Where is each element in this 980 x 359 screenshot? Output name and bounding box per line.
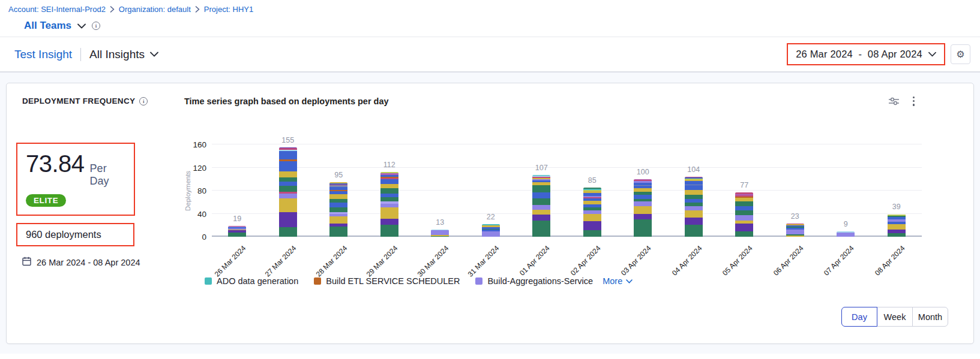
breadcrumb-item[interactable]: Organization: default bbox=[119, 5, 191, 14]
bar-segment[interactable] bbox=[380, 179, 398, 184]
bar-segment[interactable] bbox=[685, 210, 703, 218]
stacked-bar[interactable] bbox=[837, 231, 855, 237]
stacked-bar[interactable] bbox=[431, 230, 449, 237]
bar-segment[interactable] bbox=[279, 194, 297, 198]
bar-segment[interactable] bbox=[634, 201, 652, 206]
bar-segment[interactable] bbox=[380, 219, 398, 225]
insight-name-link[interactable]: Test Insight bbox=[14, 48, 72, 61]
bar-column[interactable]: 1330 Mar 2024 bbox=[415, 144, 466, 237]
bar-segment[interactable] bbox=[279, 151, 297, 159]
stacked-bar[interactable] bbox=[532, 175, 550, 237]
bar-segment[interactable] bbox=[685, 190, 703, 195]
bar-segment[interactable] bbox=[685, 206, 703, 210]
bar-segment[interactable] bbox=[482, 231, 500, 237]
stacked-bar[interactable] bbox=[634, 179, 652, 237]
bar-segment[interactable] bbox=[583, 210, 601, 215]
stacked-bar[interactable] bbox=[786, 224, 804, 237]
bar-segment[interactable] bbox=[532, 185, 550, 192]
stacked-bar[interactable] bbox=[329, 182, 347, 237]
bar-segment[interactable] bbox=[380, 184, 398, 189]
filter-settings-button[interactable] bbox=[888, 96, 900, 106]
bar-column[interactable]: 15527 Mar 2024 bbox=[263, 144, 314, 237]
bar-segment[interactable] bbox=[532, 192, 550, 198]
bar-column[interactable]: 8502 Apr 2024 bbox=[567, 144, 618, 237]
bar-segment[interactable] bbox=[888, 224, 906, 230]
insights-dropdown[interactable]: All Insights bbox=[89, 48, 158, 61]
bar-segment[interactable] bbox=[532, 198, 550, 206]
bar-segment[interactable] bbox=[685, 218, 703, 225]
stacked-bar[interactable] bbox=[583, 188, 601, 237]
bar-segment[interactable] bbox=[329, 207, 347, 212]
bar-segment[interactable] bbox=[735, 198, 753, 202]
bar-column[interactable]: 10404 Apr 2024 bbox=[669, 144, 720, 237]
bar-segment[interactable] bbox=[634, 219, 652, 237]
date-range-picker[interactable]: 26 Mar 2024 - 08 Apr 2024 bbox=[788, 44, 944, 64]
bar-column[interactable]: 10701 Apr 2024 bbox=[516, 144, 567, 237]
stacked-bar[interactable] bbox=[888, 214, 906, 237]
legend-item[interactable]: Build-Aggregations-Service bbox=[475, 276, 593, 286]
bar-segment[interactable] bbox=[735, 215, 753, 221]
bar-column[interactable]: 907 Apr 2024 bbox=[820, 144, 871, 237]
bar-segment[interactable] bbox=[380, 225, 398, 237]
bar-segment[interactable] bbox=[279, 171, 297, 177]
bar-segment[interactable] bbox=[380, 207, 398, 219]
bar-segment[interactable] bbox=[532, 215, 550, 221]
bar-segment[interactable] bbox=[279, 186, 297, 192]
bar-segment[interactable] bbox=[685, 195, 703, 200]
bar-segment[interactable] bbox=[532, 210, 550, 215]
bar-segment[interactable] bbox=[888, 230, 906, 234]
bar-segment[interactable] bbox=[685, 185, 703, 190]
settings-button[interactable]: ⚙︎ bbox=[951, 44, 970, 64]
stacked-bar[interactable] bbox=[380, 172, 398, 237]
bar-segment[interactable] bbox=[583, 230, 601, 237]
stacked-bar[interactable] bbox=[279, 147, 297, 237]
team-selector-label[interactable]: All Teams bbox=[24, 20, 71, 32]
bar-segment[interactable] bbox=[786, 230, 804, 235]
bar-segment[interactable] bbox=[532, 205, 550, 210]
bar-segment[interactable] bbox=[380, 188, 398, 194]
bar-segment[interactable] bbox=[279, 198, 297, 212]
info-icon[interactable]: i bbox=[139, 97, 148, 105]
bar-segment[interactable] bbox=[735, 201, 753, 206]
bar-segment[interactable] bbox=[279, 177, 297, 182]
bar-segment[interactable] bbox=[735, 231, 753, 237]
bar-segment[interactable] bbox=[279, 182, 297, 186]
bar-segment[interactable] bbox=[329, 199, 347, 203]
bar-segment[interactable] bbox=[634, 206, 652, 214]
stacked-bar[interactable] bbox=[735, 192, 753, 237]
bar-segment[interactable] bbox=[329, 194, 347, 199]
stacked-bar[interactable] bbox=[482, 224, 500, 237]
bar-column[interactable]: 1926 Mar 2024 bbox=[212, 144, 263, 237]
bar-segment[interactable] bbox=[329, 227, 347, 237]
bar-segment[interactable] bbox=[228, 233, 246, 237]
bar-column[interactable]: 9528 Mar 2024 bbox=[313, 144, 364, 237]
bar-column[interactable]: 2231 Mar 2024 bbox=[466, 144, 517, 237]
stacked-bar[interactable] bbox=[228, 226, 246, 237]
bar-segment[interactable] bbox=[634, 214, 652, 219]
bar-segment[interactable] bbox=[685, 181, 703, 185]
bar-segment[interactable] bbox=[431, 230, 449, 235]
bar-column[interactable]: 2306 Apr 2024 bbox=[770, 144, 821, 237]
bar-column[interactable]: 7705 Apr 2024 bbox=[719, 144, 770, 237]
bar-segment[interactable] bbox=[279, 212, 297, 227]
chevron-down-icon[interactable] bbox=[77, 23, 86, 29]
bar-segment[interactable] bbox=[735, 206, 753, 210]
bar-segment[interactable] bbox=[431, 236, 449, 237]
bar-column[interactable]: 11229 Mar 2024 bbox=[364, 144, 415, 237]
bar-segment[interactable] bbox=[786, 236, 804, 237]
bar-segment[interactable] bbox=[685, 225, 703, 237]
breadcrumb-item[interactable]: Account: SEI-Internal-Prod2 bbox=[8, 5, 106, 14]
team-selector[interactable]: All Teams i bbox=[24, 20, 970, 32]
legend-more-link[interactable]: More bbox=[603, 276, 633, 286]
kebab-menu-button[interactable] bbox=[912, 95, 916, 107]
bar-segment[interactable] bbox=[532, 221, 550, 237]
bar-segment[interactable] bbox=[837, 233, 855, 237]
bar-segment[interactable] bbox=[279, 227, 297, 237]
granularity-week-button[interactable]: Week bbox=[877, 307, 913, 327]
bar-segment[interactable] bbox=[583, 214, 601, 221]
granularity-month-button[interactable]: Month bbox=[912, 307, 948, 327]
bar-segment[interactable] bbox=[735, 210, 753, 216]
bar-segment[interactable] bbox=[634, 195, 652, 199]
bar-column[interactable]: 10003 Apr 2024 bbox=[618, 144, 669, 237]
bar-segment[interactable] bbox=[329, 203, 347, 207]
